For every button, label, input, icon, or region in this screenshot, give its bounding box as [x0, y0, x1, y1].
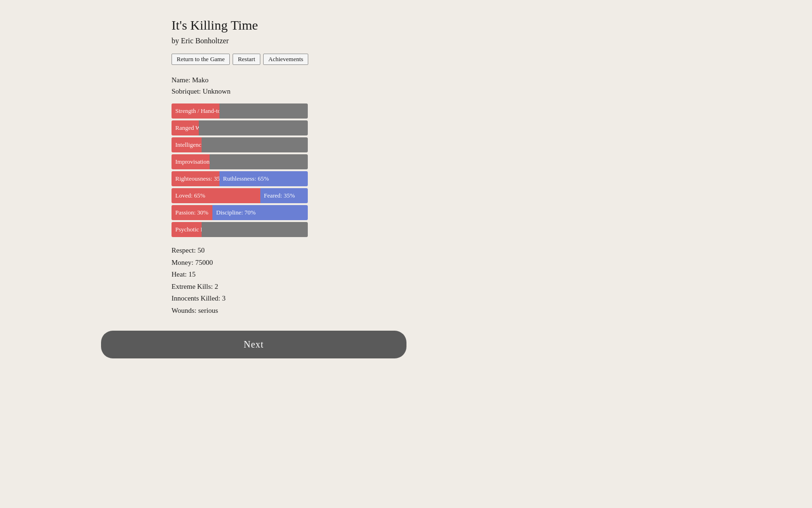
psychotic-bar: Psychotic Level: 15%	[172, 222, 308, 237]
ranged-bar: Ranged Weapons: 10%	[172, 120, 308, 135]
loved-label: Loved: 65%	[175, 192, 205, 199]
heat-stat: Heat: 15	[172, 269, 331, 281]
ruthlessness-label: Ruthlessness: 65%	[223, 175, 269, 183]
discipline-blue-fill: Discipline: 70%	[212, 205, 308, 220]
passion-bar: Passion: 30% Discipline: 70%	[172, 205, 308, 220]
passion-label: Passion: 30%	[175, 209, 208, 216]
strength-red-fill: Strength / Hand-to-Hand: 25%	[172, 103, 219, 119]
passion-red-fill: Passion: 30%	[172, 205, 212, 220]
strength-bar: Strength / Hand-to-Hand: 25%	[172, 103, 308, 119]
character-sobriquet-line: Sobriquet: Unknown	[172, 86, 331, 97]
feared-label: Feared: 35%	[264, 192, 295, 199]
intelligence-red-fill: Intelligence: 15%	[172, 137, 202, 152]
psychotic-gray-fill	[202, 222, 308, 237]
game-title: It's Killing Time	[172, 18, 331, 33]
name-value: Mako	[192, 76, 209, 84]
loved-bar: Loved: 65% Feared: 35%	[172, 188, 308, 203]
main-container: It's Killing Time by Eric Bonholtzer Ret…	[172, 9, 331, 358]
ranged-gray-fill	[199, 120, 308, 135]
achievements-button[interactable]: Achievements	[263, 54, 308, 65]
sobriquet-value: Unknown	[203, 87, 230, 95]
psychotic-red-fill: Psychotic Level: 15%	[172, 222, 202, 237]
restart-button[interactable]: Restart	[233, 54, 260, 65]
author: by Eric Bonholtzer	[172, 37, 331, 45]
discipline-label: Discipline: 70%	[216, 209, 256, 216]
character-info: Name: Mako Sobriquet: Unknown	[172, 74, 331, 97]
righteousness-bar: Righteousness: 35% Ruthlessness: 65%	[172, 171, 308, 186]
extreme-kills-stat: Extreme Kills: 2	[172, 281, 331, 293]
intelligence-gray-fill	[202, 137, 308, 152]
intelligence-bar: Intelligence: 15%	[172, 137, 308, 152]
wounds-stat: Wounds: serious	[172, 305, 331, 317]
strength-gray-fill	[219, 103, 308, 119]
numeric-stats: Respect: 50 Money: 75000 Heat: 15 Extrem…	[172, 245, 331, 317]
ruthlessness-blue-fill: Ruthlessness: 65%	[219, 171, 308, 186]
righteousness-red-fill: Righteousness: 35%	[172, 171, 219, 186]
ranged-red-fill: Ranged Weapons: 10%	[172, 120, 199, 135]
money-stat: Money: 75000	[172, 257, 331, 269]
feared-blue-fill: Feared: 35%	[260, 188, 308, 203]
innocents-killed-stat: Innocents Killed: 3	[172, 293, 331, 305]
sobriquet-label: Sobriquet:	[172, 87, 203, 95]
improvisation-bar: Improvisation: 20%	[172, 154, 308, 169]
next-button-wrapper: Next	[101, 331, 406, 358]
improvisation-red-fill: Improvisation: 20%	[172, 154, 210, 169]
righteousness-label: Righteousness: 35%	[175, 175, 225, 183]
return-to-game-button[interactable]: Return to the Game	[172, 54, 230, 65]
action-buttons: Return to the Game Restart Achievements	[172, 54, 331, 65]
character-name-line: Name: Mako	[172, 74, 331, 86]
stats-container: Strength / Hand-to-Hand: 25% Ranged Weap…	[172, 103, 308, 237]
next-button[interactable]: Next	[101, 331, 406, 358]
improvisation-gray-fill	[210, 154, 308, 169]
respect-stat: Respect: 50	[172, 245, 331, 257]
loved-red-fill: Loved: 65%	[172, 188, 260, 203]
name-label: Name:	[172, 76, 192, 84]
